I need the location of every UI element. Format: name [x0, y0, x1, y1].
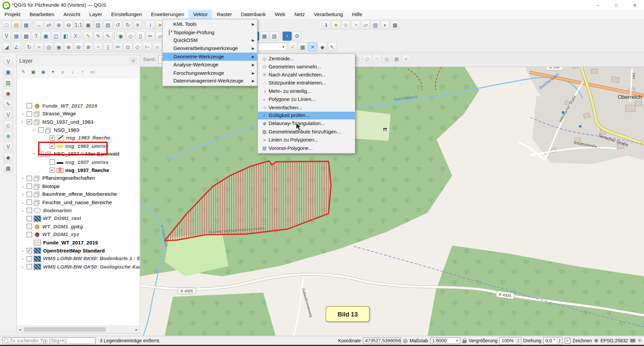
globe-tool-icon[interactable]: ⊕ [4, 131, 13, 140]
table-join-icon[interactable]: ▥ [270, 32, 279, 41]
menu-item-stuetzpunkte[interactable]: ∴Stützpunkte extrahieren... [258, 79, 355, 87]
coordinate-input[interactable]: 473527,5398056 [363, 337, 401, 344]
add-feature-icon[interactable]: ◉ [116, 32, 125, 41]
help-icon[interactable]: ? [282, 32, 291, 41]
advanced-digitizing-icon[interactable]: ◢ [2, 42, 11, 51]
expander-icon[interactable]: › [32, 127, 37, 133]
zoom-to-layer-icon[interactable]: ▤ [104, 20, 113, 30]
topology-checker-icon[interactable]: ▦ [298, 42, 307, 51]
annotation-icon[interactable]: ✎ [4, 99, 13, 108]
layer-styling-dock-icon[interactable]: ▨ [4, 78, 13, 87]
vertex-editor-icon[interactable]: ◇ [133, 42, 142, 51]
menu-item-verdichten[interactable]: ✳Nach Anzahl verdichten... [258, 71, 355, 79]
refresh-map-icon[interactable]: ✳ [133, 20, 142, 30]
minimize-button[interactable]: – [589, 0, 607, 10]
grid-tool-icon[interactable]: ▦ [4, 163, 13, 172]
menu-item-kml-tools[interactable]: KML Tools▶ [163, 20, 257, 28]
menu-layer[interactable]: Layer [85, 10, 107, 19]
expander-icon[interactable]: › [20, 119, 25, 125]
pan-map-icon[interactable]: ↔ [35, 20, 44, 30]
menu-einstellungen[interactable]: Einstellungen [107, 10, 147, 19]
maximize-button[interactable]: □ [607, 0, 626, 10]
menu-item-datenmanagement[interactable]: Datenmanagement-Werkzeuge▶ [163, 77, 257, 85]
manage-visibility-icon[interactable]: ◉ [39, 68, 48, 76]
menu-projekt[interactable]: Projekt [0, 10, 25, 19]
render-checkbox[interactable]: ✓ [565, 338, 570, 343]
advanced-digitizing-dock-icon[interactable]: ▣ [4, 67, 13, 76]
scale-combo[interactable]: 1:6000▼ [430, 337, 461, 344]
geometry-snapper-icon[interactable]: ◇ [4, 121, 13, 130]
magnifier-spinbox[interactable]: 100%▲▼ [499, 337, 521, 344]
menu-item-quickosm[interactable]: QuickOSM▶ [163, 36, 257, 44]
menu-vektor[interactable]: Vektor [189, 10, 212, 19]
crs-globe-icon[interactable]: ⊕ [594, 338, 598, 344]
offset-curve-icon[interactable]: ( [104, 42, 113, 51]
select-by-radius-icon[interactable]: ◎ [382, 54, 391, 63]
split-features-icon[interactable]: ✂ [113, 42, 122, 51]
messages-icon[interactable] [630, 339, 635, 342]
check-geometries-icon[interactable]: ✓ [288, 42, 298, 51]
fill-ring-icon[interactable]: ◉ [54, 42, 63, 51]
menu-item-mehr-zu-einteilig[interactable]: ◑Mehr- zu einteilig... [258, 87, 355, 95]
menu-netz[interactable]: Netz [290, 10, 309, 19]
zoom-to-selection-icon[interactable]: ▥ [94, 20, 103, 30]
menu-item-topologie[interactable]: Topologie-Prüfung [163, 28, 257, 36]
layer-checkbox[interactable] [27, 103, 32, 109]
menu-erweiterungen[interactable]: Erweiterungen [147, 10, 189, 19]
vertex-tool-icon[interactable]: ◇ [126, 32, 135, 41]
filter-expression-icon[interactable]: ε [58, 68, 67, 76]
menu-ansicht[interactable]: Ansicht [59, 10, 85, 19]
delete-part-icon[interactable]: ⊗ [84, 42, 93, 51]
menu-item-polygone-zu-linien[interactable]: ◐Polygone zu Linien... [258, 95, 355, 103]
toggle-editing-icon[interactable]: ✎ [94, 32, 103, 41]
menu-item-vereinfachen[interactable]: ≈Vereinfachen... [258, 103, 355, 111]
menu-verarbeitung[interactable]: Verarbeitung [309, 10, 347, 19]
add-part-icon[interactable]: ⊕ [64, 42, 73, 51]
layer-checkbox[interactable] [27, 224, 32, 229]
invert-selection-icon[interactable]: ◐ [402, 54, 411, 63]
table-tools-icon[interactable]: ▦ [260, 32, 269, 41]
news-feed-icon[interactable]: ✳ [638, 338, 642, 344]
scroll-left-icon[interactable]: ◂ [17, 328, 23, 332]
tracing-icon[interactable]: ◆ [4, 153, 13, 162]
menu-item-gueltigkeit-pruefen[interactable]: ✓Gültigkeit prüfen... [258, 112, 355, 120]
remove-layer-icon[interactable]: ▭ [88, 68, 97, 76]
select-by-freehand-icon[interactable]: ~ [373, 54, 382, 63]
menu-bearbeiten[interactable]: Bearbeiten [25, 10, 59, 19]
layer-checkbox[interactable] [27, 111, 32, 117]
expander-icon[interactable]: › [19, 208, 26, 213]
zoom-native-icon[interactable]: 1:1 [74, 20, 83, 30]
new-project-icon[interactable]: □ [2, 20, 11, 30]
add-delimited-text-icon[interactable]: T [32, 32, 41, 41]
expander-icon[interactable]: › [19, 248, 26, 253]
save-project-icon[interactable]: ▦ [22, 20, 31, 30]
menu-item-voronoi[interactable]: ▩Voronoi-Polygone... [258, 144, 355, 152]
layer-checkbox[interactable] [27, 264, 32, 270]
layer-checkbox[interactable] [27, 208, 32, 213]
zoom-next-icon[interactable]: ↻ [123, 20, 132, 30]
menu-raster[interactable]: Raster [212, 10, 236, 19]
layer-checkbox[interactable] [27, 256, 32, 262]
vector-tool-icon[interactable]: V [4, 142, 13, 151]
layer-checkbox[interactable] [50, 135, 55, 141]
select-by-polygon-icon[interactable]: ◇ [363, 54, 372, 63]
deselect-all-icon[interactable]: ▣ [392, 54, 401, 63]
add-raster-layer-icon[interactable]: ▦ [12, 32, 21, 41]
simplify-feature-icon[interactable]: ≈ [35, 42, 44, 51]
delete-ring-icon[interactable]: ⊖ [74, 42, 83, 51]
expander-icon[interactable]: › [19, 176, 26, 181]
rotate-feature-icon[interactable]: ↻ [24, 42, 34, 51]
add-group-icon[interactable]: ▣ [29, 68, 38, 76]
crs-value[interactable]: EPSG:25832 [600, 338, 628, 343]
temporal-controller-icon[interactable]: ◔ [351, 20, 360, 30]
map-tips-icon[interactable]: ℹ [322, 20, 331, 30]
pan-to-selection-icon[interactable]: ⇄ [44, 20, 53, 30]
extent-tracking-icon[interactable]: ◎ [403, 338, 408, 344]
expander-icon[interactable]: › [19, 200, 26, 205]
expander-icon[interactable]: › [19, 184, 26, 189]
map-canvas[interactable]: K 4325 K 4325 B 296 Reichenbach Reichenb… [140, 53, 644, 336]
add-wms-icon[interactable]: ◧ [61, 32, 70, 41]
menu-item-forschung[interactable]: Forschungswerkzeuge▶ [163, 69, 257, 77]
collapse-all-icon[interactable]: ↑ [78, 68, 87, 76]
zoom-full-icon[interactable]: ▣ [84, 20, 93, 30]
